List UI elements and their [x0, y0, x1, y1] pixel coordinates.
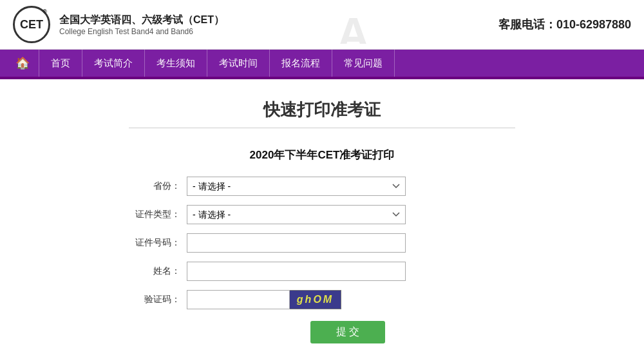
name-row: 姓名 — [129, 262, 515, 281]
nav-item-faq[interactable]: 常见问题 — [332, 50, 395, 77]
logo-text: CET — [20, 18, 43, 32]
submit-row: 提 交 — [180, 321, 515, 343]
name-label: 姓名 — [129, 265, 180, 277]
watermark: A — [337, 8, 370, 44]
title-divider — [129, 128, 515, 128]
captcha-row: 验证码 ghOM — [129, 290, 515, 309]
captcha-input[interactable] — [187, 290, 290, 309]
nav-item-home[interactable]: 首页 — [39, 50, 82, 77]
cert-number-label: 证件号码 — [129, 237, 180, 249]
province-label: 省份 — [129, 180, 180, 192]
cet-logo: CET — [13, 6, 50, 43]
title-en: College English Test Band4 and Band6 — [59, 27, 224, 36]
nav-item-time[interactable]: 考试时间 — [207, 50, 270, 77]
header-title: 全国大学英语四、六级考试（CET） College English Test B… — [59, 14, 224, 36]
nav-item-intro[interactable]: 考试简介 — [82, 50, 145, 77]
cert-number-input[interactable] — [187, 233, 406, 253]
province-row: 省份 - 请选择 - — [129, 177, 515, 196]
title-zh: 全国大学英语四、六级考试（CET） — [59, 14, 224, 27]
form-section: 2020年下半年CET准考证打印 省份 - 请选择 - 证件类型 - 请选择 -… — [129, 148, 515, 357]
header-left: CET 全国大学英语四、六级考试（CET） College English Te… — [13, 6, 224, 43]
phone-number: 010-62987880 — [556, 18, 631, 31]
cert-type-row: 证件类型 - 请选择 - — [129, 205, 515, 224]
captcha-image: ghOM — [290, 290, 341, 309]
nav-item-notice[interactable]: 考生须知 — [145, 50, 207, 77]
cert-type-label: 证件类型 — [129, 209, 180, 220]
phone-label: 客服电话： — [498, 18, 556, 31]
cert-number-row: 证件号码 — [129, 233, 515, 253]
province-select[interactable]: - 请选择 - — [187, 177, 406, 196]
header-phone: 客服电话：010-62987880 — [498, 17, 631, 32]
name-input[interactable] — [187, 262, 406, 281]
main-content: 快速打印准考证 2020年下半年CET准考证打印 省份 - 请选择 - 证件类型… — [0, 79, 644, 357]
captcha-group: ghOM — [187, 290, 341, 309]
submit-button[interactable]: 提 交 — [310, 321, 385, 343]
cert-type-select[interactable]: - 请选择 - — [187, 205, 406, 224]
captcha-label: 验证码 — [129, 294, 180, 305]
nav-home[interactable]: 🏠 — [6, 50, 39, 77]
form-subtitle: 2020年下半年CET准考证打印 — [129, 148, 515, 162]
nav-item-process[interactable]: 报名流程 — [270, 50, 332, 77]
page-title: 快速打印准考证 — [0, 99, 644, 121]
navbar: 🏠 首页 考试简介 考生须知 考试时间 报名流程 常见问题 — [0, 50, 644, 77]
header: CET 全国大学英语四、六级考试（CET） College English Te… — [0, 0, 644, 50]
